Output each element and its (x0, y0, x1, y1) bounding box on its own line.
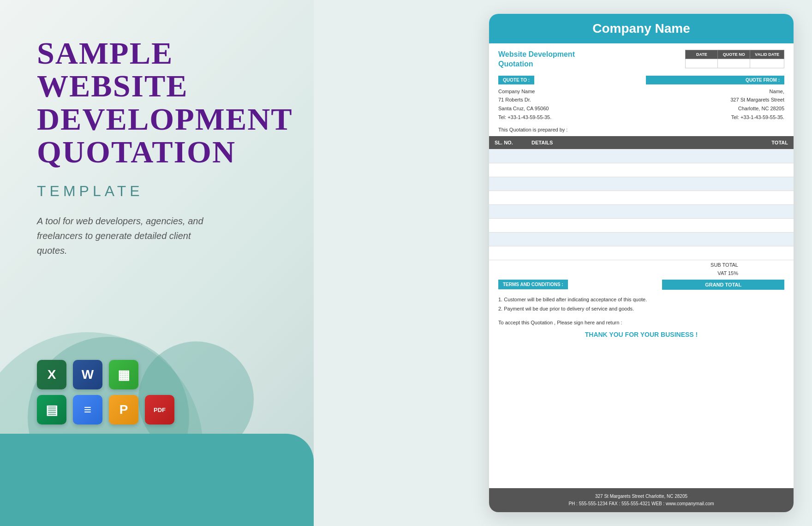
pdf-icon: PDF (145, 395, 174, 424)
table-row (489, 149, 794, 163)
sl-4 (489, 191, 526, 204)
terms-label: TERMS AND CONDITIONS : (498, 280, 568, 289)
sl-2 (489, 163, 526, 177)
date-header: DATE (686, 50, 718, 59)
table-row (489, 177, 794, 191)
table-row (489, 204, 794, 218)
document: Company Name Website Development Quotati… (489, 14, 794, 512)
term-2: 2. Payment wil be due prior to delivery … (498, 305, 784, 314)
quote-no-header: QUOTE NO (718, 50, 750, 59)
doc-footer: 327 St Margarets Street Charlotte, NC 28… (489, 488, 794, 512)
table-row (489, 232, 794, 246)
description: A tool for web developers, agencies, and… (37, 214, 212, 258)
client-name: Company Name (498, 87, 637, 96)
quote-no-value[interactable] (718, 59, 750, 68)
terms-text: 1. Customer will be billed after indicat… (489, 293, 794, 317)
title-row: Website Development Quotation DATE QUOTE… (489, 43, 794, 73)
total-8 (747, 246, 794, 260)
subtotal-label: SUB TOTAL (701, 262, 747, 268)
term-1: 1. Customer will be billed after indicat… (498, 295, 784, 305)
details-8 (526, 246, 747, 260)
total-4 (747, 191, 794, 204)
details-3 (526, 177, 747, 191)
subtotal-value (747, 262, 784, 268)
details-5 (526, 204, 747, 218)
quote-from-block: QUOTE FROM : Name, 327 St Margarets Stre… (646, 76, 784, 122)
quote-addresses: QUOTE TO : Company Name 71 Roberts Dr. S… (489, 73, 794, 125)
total-7 (747, 232, 794, 246)
details-4 (526, 191, 747, 204)
pages-icon: P (109, 395, 138, 424)
company-name-header: Company Name (489, 14, 794, 43)
total-5 (747, 204, 794, 218)
items-table: SL. NO. DETAILS TOTAL (489, 136, 794, 260)
subtotal-row: SUB TOTAL (489, 260, 794, 269)
sl-7 (489, 232, 526, 246)
icon-row-1: X W ▦ (37, 360, 174, 389)
vat-row: VAT 15% (489, 269, 794, 277)
sl-6 (489, 218, 526, 232)
app-icons: X W ▦ ▤ ≡ P PDF (37, 360, 174, 424)
vat-label: VAT 15% (701, 270, 747, 276)
from-address2: Charlotte, NC 28205 (646, 104, 784, 113)
total-6 (747, 218, 794, 232)
terms-total-row: TERMS AND CONDITIONS : GRAND TOTAL (489, 277, 794, 293)
thank-you: THANK YOU FOR YOUR BUSINESS ! (489, 327, 794, 342)
col-total-header: TOTAL (747, 136, 794, 149)
details-1 (526, 149, 747, 163)
icon-row-2: ▤ ≡ P PDF (37, 395, 174, 424)
word-icon: W (73, 360, 102, 389)
sign-here: To accept this Quotation , Please sign h… (489, 316, 794, 327)
table-row (489, 246, 794, 260)
vat-value (747, 270, 784, 276)
grand-total-label: GRAND TOTAL (662, 280, 784, 290)
footer-line2: PH : 555-555-1234 FAX : 555-555-4321 WEB… (494, 500, 789, 508)
docs-icon: ≡ (73, 395, 102, 424)
excel-icon: X (37, 360, 66, 389)
quote-to-label: QUOTE TO : (498, 76, 534, 84)
document-panel: Company Name Website Development Quotati… (489, 14, 794, 512)
details-7 (526, 232, 747, 246)
date-table: DATE QUOTE NO VALID DATE (685, 50, 784, 68)
numbers-icon: ▦ (109, 360, 138, 389)
client-tel: Tel: +33-1-43-59-55-35. (498, 113, 637, 122)
valid-date-header: VALID DATE (750, 50, 784, 59)
quote-to-block: QUOTE TO : Company Name 71 Roberts Dr. S… (498, 76, 637, 122)
client-address2: Santa Cruz, CA 95060 (498, 104, 637, 113)
sl-5 (489, 204, 526, 218)
from-name: Name, (646, 87, 784, 96)
sl-8 (489, 246, 526, 260)
from-tel: Tel: +33-1-43-59-55-35. (646, 113, 784, 122)
sl-3 (489, 177, 526, 191)
total-3 (747, 177, 794, 191)
prepared-by: This Quotation is prepared by : (489, 124, 794, 136)
details-6 (526, 218, 747, 232)
details-2 (526, 163, 747, 177)
from-address: Name, 327 St Margarets Street Charlotte,… (646, 87, 784, 122)
table-row (489, 218, 794, 232)
main-title: SAMPLEWEBSITEDEVELOPMENTQUOTATION (37, 37, 286, 169)
valid-date-value[interactable] (750, 59, 784, 68)
col-sl-header: SL. NO. (489, 136, 526, 149)
sl-1 (489, 149, 526, 163)
total-1 (747, 149, 794, 163)
table-row (489, 163, 794, 177)
table-row (489, 191, 794, 204)
footer-line1: 327 St Margarets Street Charlotte, NC 28… (494, 493, 789, 500)
left-panel: SAMPLEWEBSITEDEVELOPMENTQUOTATION TEMPLA… (0, 0, 314, 526)
quote-title: Website Development Quotation (498, 50, 681, 69)
from-address1: 327 St Margarets Street (646, 96, 784, 104)
quote-from-label: QUOTE FROM : (646, 76, 784, 84)
client-address1: 71 Roberts Dr. (498, 96, 637, 104)
total-2 (747, 163, 794, 177)
date-value[interactable] (686, 59, 718, 68)
sub-title: TEMPLATE (37, 183, 286, 200)
client-address: Company Name 71 Roberts Dr. Santa Cruz, … (498, 87, 637, 122)
sheets-icon: ▤ (37, 395, 66, 424)
col-details-header: DETAILS (526, 136, 747, 149)
